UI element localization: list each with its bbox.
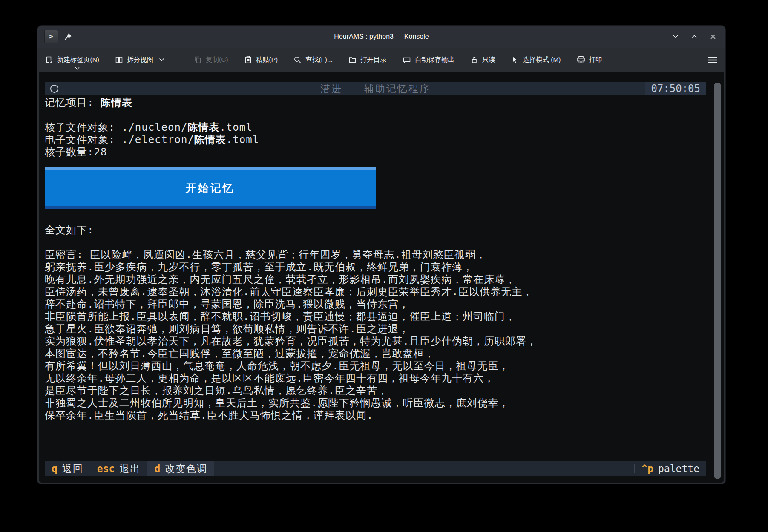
- key-hint: q: [52, 463, 58, 474]
- start-memorize-button[interactable]: 开始记忆: [45, 167, 376, 209]
- scrollbar-thumb[interactable]: [714, 83, 721, 479]
- memory-item-value: 陈情表: [101, 97, 132, 109]
- toolbar-print[interactable]: 打印: [577, 55, 602, 64]
- toolbar-label: 自动保存输出: [415, 55, 454, 64]
- minimize-button[interactable]: [672, 33, 679, 40]
- toolbar-select-mode[interactable]: 选择模式 (M): [511, 55, 561, 64]
- key-label: 返回: [62, 462, 83, 475]
- tui-header: 潜进 – 辅助记忆程序 07:50:05: [45, 82, 706, 95]
- body-line: 本图宦达，不矜名节.今臣亡国贱俘，至微至陋，过蒙拔擢，宠命优渥，岂敢盘桓，: [45, 348, 706, 360]
- toolbar-find[interactable]: 查找(F)...: [293, 55, 333, 64]
- footer-binding-back[interactable]: q 返回: [45, 461, 90, 476]
- split-view-icon: [115, 56, 123, 64]
- memory-item-label: 记忆项目:: [45, 97, 101, 109]
- toolbar-autosave-output[interactable]: 自动保存输出: [403, 55, 454, 64]
- printer-icon: [577, 56, 585, 64]
- key-label: 退出: [119, 462, 141, 475]
- paste-icon: [244, 56, 252, 64]
- toolbar-label: 拆分视图: [127, 55, 153, 64]
- folder-icon: [348, 56, 357, 64]
- fulltext-label: 全文如下:: [45, 224, 706, 236]
- body-line: 非独蜀之人士及二州牧伯所见明知，皇天后土，实所共鉴.愿陛下矜悯愚诚，听臣微志，庶…: [45, 397, 706, 409]
- body-line: 躬亲抚养.臣少多疾病，九岁不行，零丁孤苦，至于成立.既无伯叔，终鲜兄弟，门衰祚薄…: [45, 261, 706, 273]
- copy-icon: [194, 56, 202, 64]
- toolbar-label: 复制(C): [206, 55, 228, 64]
- toolbar-read-only[interactable]: 只读: [470, 55, 495, 64]
- prompt-glyph: >: [49, 33, 53, 40]
- body-line: 辞不赴命.诏书特下，拜臣郎中，寻蒙国恩，除臣洗马.猥以微贱，当侍东宫，: [45, 298, 706, 311]
- toolbar-label: 只读: [482, 55, 495, 64]
- nucleon-file-line: 核子文件对象: ./nucleon/陈情表.toml: [45, 121, 706, 134]
- titlebar[interactable]: > HeurAMS : python3 — Konsole: [37, 26, 725, 48]
- konsole-app-icon[interactable]: >: [44, 30, 58, 43]
- cursor-arrow-icon: [511, 56, 519, 64]
- hamburger-icon: [707, 56, 718, 64]
- toolbar-label: 打开目录: [360, 55, 387, 64]
- app-content: 记忆项目: 陈情表 核子文件对象: ./nucleon/陈情表.toml 电子文…: [45, 97, 706, 422]
- memory-item-line: 记忆项目: 陈情表: [45, 97, 706, 109]
- toolbar-copy: 复制(C): [194, 55, 228, 64]
- new-tab-icon: [45, 56, 53, 64]
- toolbar-paste[interactable]: 粘贴(P): [244, 55, 278, 64]
- chevron-down-icon: [159, 58, 164, 62]
- body-line: 保卒余年.臣生当陨首，死当结草.臣不胜犬马怖惧之情，谨拜表以闻.: [45, 409, 706, 422]
- toolbar-new-tab[interactable]: 新建标签页(N): [45, 55, 99, 64]
- footer-palette[interactable]: ^p palette: [635, 461, 706, 476]
- pin-icon[interactable]: [64, 32, 72, 41]
- body-line: 无以终余年.母孙二人，更相为命，是以区区不能废远.臣密今年四十有四，祖母今年九十…: [45, 372, 706, 385]
- button-top-highlight: [45, 167, 376, 170]
- hamburger-menu-button[interactable]: [707, 56, 718, 64]
- lock-icon: [470, 56, 478, 64]
- app-title: 潜进 – 辅助记忆程序: [45, 82, 706, 95]
- konsole-window: > HeurAMS : python3 — Konsole: [37, 26, 725, 484]
- chevron-down-icon: [75, 67, 80, 70]
- header-clock: 07:50:05: [645, 82, 706, 95]
- key-label: 改变色调: [165, 462, 207, 475]
- toolbar: 新建标签页(N) 拆分视图 复制(C) 粘贴(P): [37, 48, 725, 72]
- maximize-button[interactable]: [690, 33, 698, 40]
- terminal-view[interactable]: 潜进 – 辅助记忆程序 07:50:05 记忆项目: 陈情表 核子文件对象: .…: [39, 72, 724, 483]
- body-line: 晚有儿息.外无期功强近之亲，内无应门五尺之僮，茕茕孑立，形影相吊.而刘夙婴疾病，…: [45, 273, 706, 286]
- body-line: 臣侍汤药，未曾废离.逮奉圣朝，沐浴清化.前太守臣逵察臣孝廉；后刺史臣荣举臣秀才.…: [45, 286, 706, 298]
- start-memorize-label: 开始记忆: [186, 181, 235, 195]
- electron-file-line: 电子文件对象: ./electron/陈情表.toml: [45, 134, 706, 146]
- toolbar-split-view[interactable]: 拆分视图: [115, 55, 164, 64]
- scrollbar[interactable]: [714, 83, 721, 479]
- output-bubble-icon: [403, 56, 411, 64]
- search-icon: [293, 56, 302, 64]
- body-line: 实为狼狈.伏惟圣朝以孝治天下，凡在故老，犹蒙矜育，况臣孤苦，特为尤甚.且臣少仕伪…: [45, 335, 706, 348]
- body-line: 急于星火.臣欲奉诏奔驰，则刘病日笃，欲苟顺私情，则告诉不许.臣之进退，: [45, 323, 706, 335]
- body-line: 非臣陨首所能上报.臣具以表闻，辞不就职.诏书切峻，责臣逋慢；郡县逼迫，催臣上道；…: [45, 311, 706, 323]
- footer-binding-quit[interactable]: esc 退出: [90, 461, 148, 476]
- toolbar-label: 粘贴(P): [256, 55, 278, 64]
- window-title: HeurAMS : python3 — Konsole: [37, 33, 725, 40]
- nucleon-count-line: 核子数量:28: [45, 146, 706, 158]
- blank-line: [45, 236, 706, 249]
- button-bottom-shadow: [45, 206, 376, 209]
- key-hint: ^p: [641, 463, 653, 474]
- key-hint: esc: [97, 463, 115, 474]
- body-line: 有所希冀！但以刘日薄西山，气息奄奄，人命危浅，朝不虑夕.臣无祖母，无以至今日，祖…: [45, 360, 706, 372]
- body-line: 是臣尽节于陛下之日长，报养刘之日短.乌鸟私情，愿乞终养.臣之辛苦，: [45, 385, 706, 397]
- key-hint: d: [154, 463, 160, 474]
- footer-binding-change-theme[interactable]: d 改变色调: [147, 461, 214, 476]
- blank-line: [45, 109, 706, 121]
- header-circle-icon[interactable]: [50, 85, 58, 93]
- body-line: 臣密言: 臣以险衅，夙遭闵凶.生孩六月，慈父见背；行年四岁，舅夺母志.祖母刘愍臣…: [45, 249, 706, 261]
- toolbar-label: 新建标签页(N): [57, 55, 99, 64]
- tui-footer: q 返回 esc 退出 d 改变色调 ^p palette: [45, 461, 706, 476]
- key-label: palette: [658, 463, 699, 474]
- toolbar-label: 打印: [589, 55, 602, 64]
- toolbar-open-directory[interactable]: 打开目录: [348, 55, 387, 64]
- close-button[interactable]: [709, 33, 717, 40]
- toolbar-label: 选择模式 (M): [523, 55, 561, 64]
- toolbar-label: 查找(F)...: [305, 55, 333, 64]
